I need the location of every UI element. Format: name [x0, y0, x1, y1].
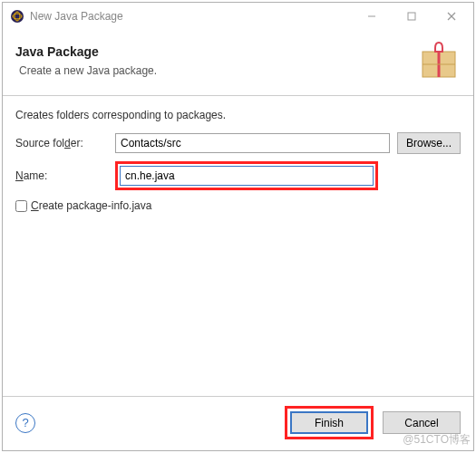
minimize-button[interactable] [352, 4, 392, 29]
create-package-info-row: Create package-info.java [15, 199, 461, 212]
name-input[interactable] [120, 166, 374, 186]
dialog-subheading: Create a new Java package. [15, 64, 417, 77]
dialog-content: Creates folders corresponding to package… [3, 96, 473, 396]
name-highlight-box [115, 161, 378, 190]
help-icon[interactable]: ? [15, 413, 35, 433]
eclipse-icon [10, 9, 24, 24]
window-title: New Java Package [30, 10, 352, 23]
browse-button[interactable]: Browse... [397, 132, 461, 154]
source-folder-row: Source folder: Browse... [15, 132, 461, 154]
dialog-header: Java Package Create a new Java package. [3, 30, 473, 96]
dialog-heading: Java Package [15, 44, 417, 59]
name-row: Name: [15, 161, 461, 190]
description-text: Creates folders corresponding to package… [15, 109, 461, 121]
package-icon [417, 39, 461, 82]
svg-rect-4 [408, 13, 415, 20]
create-package-info-checkbox[interactable] [15, 200, 27, 212]
dialog-footer: ? Finish Cancel [3, 396, 473, 450]
finish-button[interactable]: Finish [290, 411, 368, 434]
source-folder-input[interactable] [115, 133, 390, 153]
finish-highlight-box: Finish [285, 406, 374, 439]
maximize-button[interactable] [392, 4, 432, 29]
source-folder-label: Source folder: [15, 137, 115, 149]
window-controls [352, 4, 471, 29]
create-package-info-label[interactable]: Create package-info.java [31, 199, 151, 212]
name-label: Name: [15, 169, 115, 182]
cancel-button[interactable]: Cancel [383, 411, 461, 434]
titlebar: New Java Package [3, 3, 473, 30]
close-button[interactable] [432, 4, 471, 29]
dialog-window: New Java Package Java Package Create a n… [2, 2, 474, 451]
